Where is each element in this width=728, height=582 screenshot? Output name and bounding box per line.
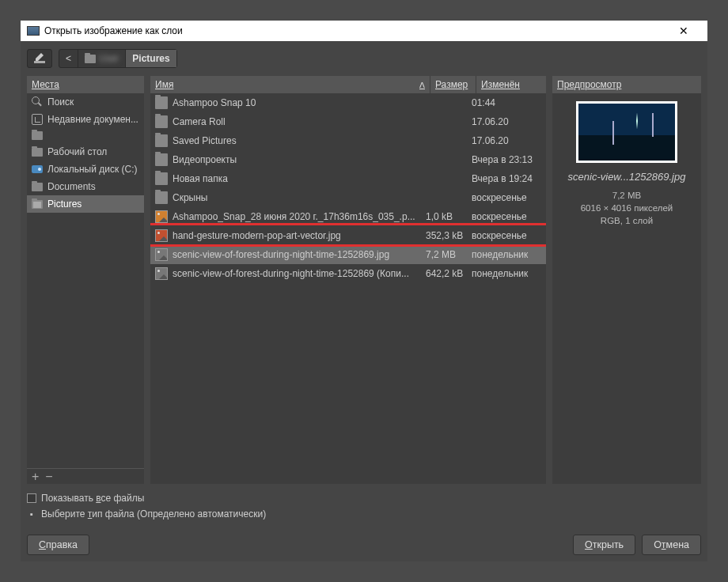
app-icon — [27, 26, 40, 36]
main-area: Места Поиск Недавние докумен... Рабочий … — [27, 76, 701, 484]
image-icon — [155, 229, 168, 242]
file-row[interactable]: Новая папкаВчера в 19:24 — [150, 169, 546, 188]
preview-filename: scenic-view...1252869.jpg — [552, 171, 701, 183]
file-row[interactable]: scenic-view-of-forest-during-night-time-… — [150, 264, 546, 283]
image-icon — [155, 210, 168, 223]
sort-asc-icon: ᐱ — [419, 81, 425, 89]
col-size[interactable]: Размер — [430, 76, 476, 93]
path-row: < User Pictures — [27, 47, 701, 70]
sidebar-item-documents[interactable]: Documents — [27, 178, 144, 195]
sidebar-item-recent[interactable]: Недавние докумен... — [27, 111, 144, 128]
file-modified: 17.06.20 — [472, 116, 541, 127]
file-row[interactable]: ВидеопроектыВчера в 23:13 — [150, 150, 546, 169]
sidebar-item-pictures[interactable]: Pictures — [27, 195, 144, 213]
col-modified[interactable]: Изменён — [476, 76, 546, 93]
file-name: scenic-view-of-forest-during-night-time-… — [173, 268, 426, 279]
sidebar-item-search[interactable]: Поиск — [27, 93, 144, 111]
folder-icon — [155, 191, 168, 204]
file-modified: Вчера в 19:24 — [472, 173, 541, 184]
sidebar-item-user[interactable] — [27, 128, 144, 143]
file-list-panel: Имяᐱ Размер Изменён Ashampoo Snap 1001:4… — [150, 76, 546, 484]
file-name: Видеопроекты — [173, 154, 426, 165]
folder-open-icon — [32, 200, 43, 209]
folder-icon — [85, 55, 96, 63]
file-modified: Вчера в 23:13 — [472, 154, 541, 165]
file-row[interactable]: Saved Pictures17.06.20 — [150, 131, 546, 150]
cancel-button[interactable]: Отмена — [642, 535, 701, 555]
file-row[interactable]: scenic-view-of-forest-during-night-time-… — [150, 245, 546, 264]
file-row[interactable]: Ashampoo_Snap_28 июня 2020 г._17h36m16s_… — [150, 207, 546, 226]
file-name: hand-gesture-modern-pop-art-vector.jpg — [173, 230, 426, 241]
preview-header: Предпросмотр — [552, 76, 701, 93]
recent-icon — [32, 114, 43, 125]
image-icon — [155, 267, 168, 280]
file-modified: понедельник — [472, 249, 541, 260]
image-icon — [155, 248, 168, 261]
folder-icon — [32, 148, 43, 157]
file-modified: 01:44 — [472, 97, 541, 108]
file-modified: воскресенье — [472, 192, 541, 203]
file-row[interactable]: Ashampoo Snap 1001:44 — [150, 93, 546, 112]
file-row[interactable]: hand-gesture-modern-pop-art-vector.jpg35… — [150, 226, 546, 245]
remove-place-button[interactable]: − — [45, 470, 52, 484]
file-name: scenic-view-of-forest-during-night-time-… — [173, 249, 426, 260]
file-name: Saved Pictures — [173, 135, 426, 146]
places-list: Поиск Недавние докумен... Рабочий стол Л… — [27, 93, 144, 468]
file-modified: понедельник — [472, 268, 541, 279]
sidebar-item-desktop[interactable]: Рабочий стол — [27, 143, 144, 161]
breadcrumb: < User Pictures — [59, 49, 177, 68]
file-size: 1,0 kB — [426, 211, 472, 222]
folder-icon — [155, 96, 168, 109]
svg-rect-0 — [34, 61, 45, 63]
file-name: Скрыны — [173, 192, 426, 203]
search-icon — [32, 96, 43, 108]
breadcrumb-pictures[interactable]: Pictures — [126, 50, 176, 67]
show-all-files-row[interactable]: Показывать все файлы — [27, 490, 701, 506]
show-all-label: Показывать все файлы — [41, 493, 144, 504]
file-rows: Ashampoo Snap 1001:44Camera Roll17.06.20… — [150, 93, 546, 484]
open-button[interactable]: Открыть — [573, 535, 635, 555]
checkbox-icon[interactable] — [27, 493, 36, 503]
open-image-dialog: Открыть изображение как слои ✕ < User Pi… — [21, 21, 707, 561]
preview-panel: Предпросмотр scenic-view...1252869.jpg 7… — [552, 76, 701, 484]
filetype-row[interactable]: ▪ Выберите тип файла (Определено автомат… — [27, 506, 701, 522]
filetype-label: Выберите тип файла (Определено автоматич… — [41, 508, 266, 520]
dialog-title: Открыть изображение как слои — [44, 25, 183, 36]
folder-icon — [155, 172, 168, 185]
chevron-left-icon: < — [66, 53, 71, 64]
file-row[interactable]: Скрынывоскресенье — [150, 188, 546, 207]
file-modified: 17.06.20 — [472, 135, 541, 146]
add-place-button[interactable]: + — [32, 470, 39, 484]
help-button[interactable]: Справка — [27, 535, 89, 555]
column-headers: Имяᐱ Размер Изменён — [150, 76, 546, 93]
file-size: 352,3 kB — [426, 230, 472, 241]
breadcrumb-back[interactable]: < — [59, 50, 78, 67]
file-modified: воскресенье — [472, 211, 541, 222]
places-sidebar: Места Поиск Недавние докумен... Рабочий … — [27, 76, 144, 484]
close-button[interactable]: ✕ — [666, 21, 701, 41]
folder-icon — [155, 115, 168, 128]
titlebar: Открыть изображение как слои ✕ — [21, 21, 707, 41]
file-size: 7,2 MB — [426, 249, 472, 260]
preview-metadata: 7,2 MB 6016 × 4016 пикселей RGB, 1 слой — [552, 189, 701, 227]
file-row[interactable]: Camera Roll17.06.20 — [150, 112, 546, 131]
file-name: Ashampoo_Snap_28 июня 2020 г._17h36m16s_… — [173, 211, 426, 222]
file-name: Camera Roll — [173, 116, 426, 127]
sidebar-item-c-drive[interactable]: Локальный диск (C:) — [27, 161, 144, 178]
file-size: 642,2 kB — [426, 268, 472, 279]
folder-icon — [155, 134, 168, 147]
places-footer: + − — [27, 468, 144, 484]
dialog-content: < User Pictures Места Поиск Недавние док… — [21, 41, 707, 561]
folder-icon — [155, 153, 168, 166]
file-name: Ashampoo Snap 10 — [173, 97, 426, 108]
breadcrumb-user[interactable]: User — [78, 50, 126, 67]
col-name[interactable]: Имяᐱ — [150, 76, 430, 93]
places-header: Места — [27, 76, 144, 93]
options-area: Показывать все файлы ▪ Выберите тип файл… — [27, 490, 701, 522]
buttons-row: Справка Открыть Отмена — [27, 530, 701, 555]
edit-path-button[interactable] — [27, 49, 52, 68]
folder-icon — [32, 183, 43, 191]
expander-icon[interactable]: ▪ — [27, 509, 36, 519]
file-name: Новая папка — [173, 173, 426, 184]
preview-thumbnail — [576, 101, 677, 163]
